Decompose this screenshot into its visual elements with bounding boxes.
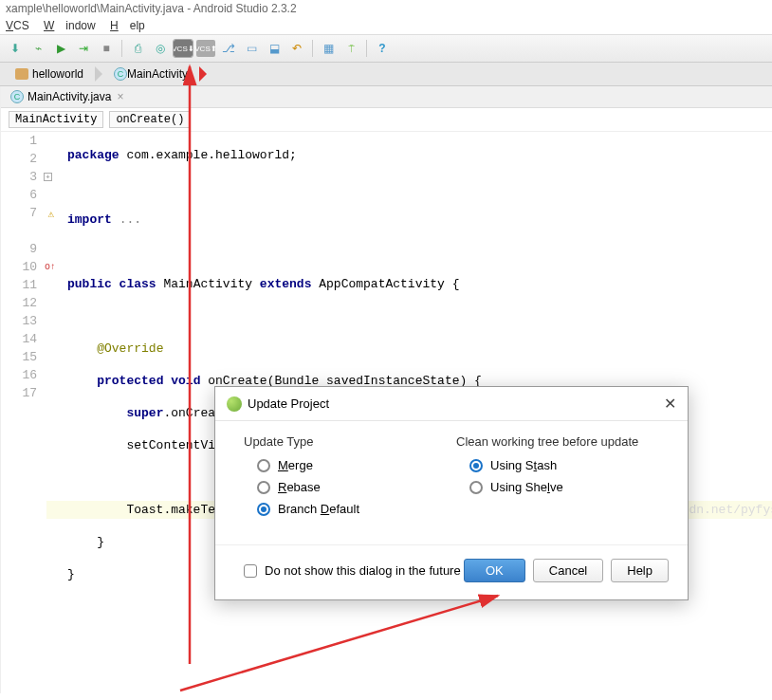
layout-icon[interactable]: ▦ xyxy=(319,39,338,58)
menu-vcs[interactable]: VCS xyxy=(6,19,29,32)
menu-window[interactable]: Window xyxy=(44,19,96,32)
editor-tab[interactable]: C MainActivity.java × xyxy=(1,86,772,108)
window-title: xample\helloworld\MainActivity.java - An… xyxy=(0,0,772,17)
do-not-show-label: Do not show this dialog in the future xyxy=(265,563,461,578)
update-project-dialog: Update Project ✕ Update Type Merge Rebas… xyxy=(214,386,689,600)
make-icon[interactable]: ⬇ xyxy=(6,39,25,58)
separator-icon xyxy=(121,40,122,57)
line-number: 2 xyxy=(1,150,37,168)
breadcrumb-folder[interactable]: helloworld xyxy=(8,65,91,83)
radio-using-shelve[interactable]: Using Shelve xyxy=(456,480,669,494)
clean-tree-group: Clean working tree before update Using S… xyxy=(456,434,669,524)
radio-icon xyxy=(257,481,270,494)
dialog-app-icon xyxy=(227,396,242,412)
radio-stash-label: Using Stash xyxy=(490,458,557,472)
line-number: 14 xyxy=(1,330,37,348)
close-icon[interactable]: × xyxy=(117,90,123,103)
breadcrumb: helloworld C MainActivity xyxy=(0,63,772,86)
nav-crumb-method[interactable]: onCreate() xyxy=(109,111,191,128)
toolbar: ⬇ ⌁ ▶ ⇥ ■ ⎙ ◎ VCS⬇ VCS⬆ ⎇ ▭ ⬓ ↶ ▦ ⍑ ? xyxy=(0,35,772,63)
line-number: 16 xyxy=(1,366,37,384)
line-number: 13 xyxy=(1,312,37,330)
update-type-group: Update Type Merge Rebase Branch Default xyxy=(244,434,456,524)
sync-icon[interactable]: ◎ xyxy=(151,39,170,58)
structure-breadcrumb: MainActivity onCreate() xyxy=(1,108,772,132)
line-number: 17 xyxy=(1,384,37,402)
editor-tab-label: MainActivity.java xyxy=(28,90,111,103)
java-class-icon: C xyxy=(10,90,24,103)
warning-icon: ⚠ xyxy=(47,206,54,224)
chevron-right-icon xyxy=(199,66,207,82)
branch-icon[interactable]: ⎇ xyxy=(219,39,238,58)
dialog-titlebar: Update Project ✕ xyxy=(215,387,688,421)
radio-icon xyxy=(257,459,270,472)
radio-merge-label: Merge xyxy=(278,458,313,472)
radio-icon xyxy=(469,481,483,494)
breadcrumb-file-label: MainActivity xyxy=(127,67,188,81)
ok-button[interactable]: OK xyxy=(464,559,525,582)
line-number: 6 xyxy=(1,186,37,204)
undo-icon[interactable]: ↶ xyxy=(287,39,306,58)
menu-bar: VCS Window Help xyxy=(0,17,772,35)
profile-icon[interactable]: ⇥ xyxy=(74,39,93,58)
dialog-body: Update Type Merge Rebase Branch Default … xyxy=(215,421,688,531)
help-button[interactable]: Help xyxy=(611,559,669,582)
avd-icon[interactable]: ▭ xyxy=(242,39,261,58)
vcs-commit-icon[interactable]: VCS⬆ xyxy=(196,40,215,57)
vcs-update-icon[interactable]: VCS⬇ xyxy=(174,40,193,57)
override-icon[interactable]: o↑ xyxy=(45,258,56,276)
menu-help[interactable]: Help xyxy=(110,19,145,32)
line-number: 15 xyxy=(1,348,37,366)
sdk-icon[interactable]: ⬓ xyxy=(265,39,284,58)
checkbox-unchecked-icon xyxy=(244,564,257,578)
radio-rebase[interactable]: Rebase xyxy=(244,480,456,494)
debug-icon[interactable]: ⌁ xyxy=(28,39,47,58)
clean-tree-label: Clean working tree before update xyxy=(456,434,669,449)
chevron-right-icon xyxy=(95,66,102,82)
radio-checked-icon xyxy=(257,503,270,516)
separator-icon xyxy=(312,40,313,57)
radio-branch-default[interactable]: Branch Default xyxy=(244,502,456,516)
line-number: 3+ xyxy=(1,168,37,186)
cancel-button[interactable]: Cancel xyxy=(533,559,603,582)
folder-icon xyxy=(15,68,28,80)
radio-checked-icon xyxy=(469,459,483,472)
android-icon[interactable]: ⍑ xyxy=(341,39,360,58)
line-gutter: 1 2 3+ 6 7⚠ 9 10o↑ 11 12 13 14 15 16 17 xyxy=(1,132,46,644)
stop-icon[interactable]: ■ xyxy=(97,39,116,58)
dialog-title-text: Update Project xyxy=(248,396,329,411)
java-class-icon: C xyxy=(114,67,127,81)
fold-icon[interactable]: + xyxy=(44,173,52,181)
radio-using-stash[interactable]: Using Stash xyxy=(456,458,669,472)
line-number: 12 xyxy=(1,294,37,312)
radio-shelve-label: Using Shelve xyxy=(490,480,563,494)
radio-rebase-label: Rebase xyxy=(278,480,321,494)
line-number: 11 xyxy=(1,276,37,294)
radio-branch-default-label: Branch Default xyxy=(278,502,359,516)
dialog-footer: Do not show this dialog in the future OK… xyxy=(215,544,688,599)
line-number: 1 xyxy=(1,132,37,150)
separator-icon xyxy=(366,40,367,57)
attach-icon[interactable]: ⎙ xyxy=(128,39,147,58)
line-number: 10o↑ xyxy=(1,258,37,276)
do-not-show-checkbox[interactable]: Do not show this dialog in the future xyxy=(244,563,461,578)
line-number xyxy=(1,222,37,240)
run-icon[interactable]: ▶ xyxy=(51,39,70,58)
line-number: 9 xyxy=(1,240,37,258)
breadcrumb-folder-label: helloworld xyxy=(32,67,83,81)
radio-merge[interactable]: Merge xyxy=(244,458,456,472)
help-icon[interactable]: ? xyxy=(373,39,392,58)
nav-crumb-class[interactable]: MainActivity xyxy=(9,111,103,128)
line-number: 7⚠ xyxy=(1,204,37,222)
breadcrumb-file[interactable]: C MainActivity xyxy=(106,65,195,83)
close-icon[interactable]: ✕ xyxy=(664,395,676,413)
update-type-label: Update Type xyxy=(244,434,456,449)
